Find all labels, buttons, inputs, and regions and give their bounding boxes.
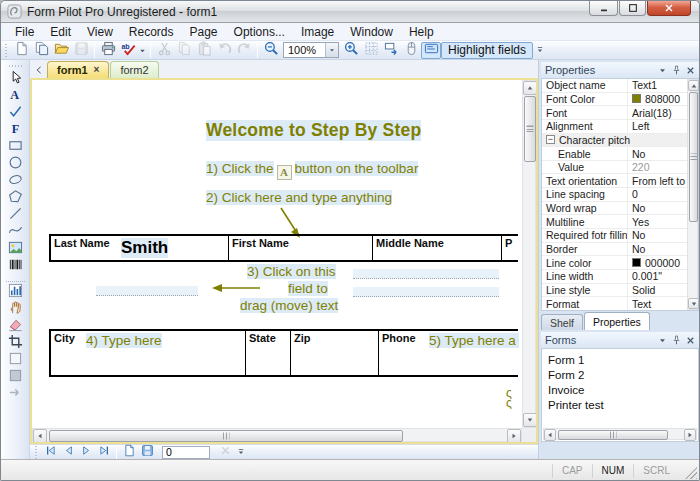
record-number-input[interactable] (162, 446, 210, 459)
scroll-down-button[interactable] (523, 413, 537, 427)
palette-grip[interactable] (9, 63, 22, 68)
mouse-mode-button[interactable] (401, 42, 421, 59)
menu-edit[interactable]: Edit (42, 24, 79, 40)
property-row-line-style[interactable]: Line styleSolid (542, 284, 698, 298)
property-row-line-color[interactable]: Line color000000 (542, 256, 698, 270)
text-tool-button[interactable]: A (4, 88, 27, 105)
last-record-button[interactable] (95, 445, 113, 459)
property-row-character-pitch[interactable]: −Character pitch (542, 134, 698, 148)
record-toolbar-grip[interactable] (34, 446, 39, 459)
property-row-text-orientation[interactable]: Text orientationFrom left to ri... (542, 174, 698, 188)
panel-close-icon[interactable] (683, 63, 697, 77)
forms-list-item[interactable]: Form 1 (542, 352, 698, 367)
horizontal-scroll-thumb[interactable] (49, 430, 403, 442)
prop-scroll-up-button[interactable] (688, 80, 699, 91)
menu-page[interactable]: Page (182, 24, 226, 40)
tab-close-icon[interactable]: × (94, 65, 100, 75)
minimize-button[interactable] (589, 1, 618, 16)
property-row-format[interactable]: FormatText (542, 297, 698, 311)
forms-scroll-right-button[interactable] (684, 429, 696, 441)
prop-scroll-down-button[interactable] (688, 298, 699, 309)
open-folder-button[interactable] (51, 42, 71, 59)
step3-instruction-line2[interactable]: field to (288, 281, 328, 296)
image-tool-button[interactable] (4, 241, 27, 258)
panel-pin-icon[interactable] (669, 333, 683, 347)
form-canvas[interactable]: Welcome to Step By Step 1) Click theAbut… (30, 78, 538, 444)
forms-scroll-thumb[interactable] (558, 430, 668, 440)
panel-menu-chevron-icon[interactable] (655, 63, 669, 77)
menu-view[interactable]: View (79, 24, 121, 40)
canvas-horizontal-scrollbar[interactable] (32, 428, 522, 442)
resize-grip[interactable] (685, 467, 697, 479)
menu-options[interactable]: Options... (226, 24, 293, 40)
select-tool-button[interactable] (4, 71, 27, 88)
collapse-group-icon[interactable]: − (546, 135, 555, 144)
property-row-line-spacing[interactable]: Line spacing0 (542, 188, 698, 202)
property-row-font[interactable]: FontArial(18) (542, 106, 698, 120)
vertical-scroll-thumb[interactable] (524, 96, 536, 162)
property-row-multiline[interactable]: MultilineYes (542, 215, 698, 229)
panel-tab-properties[interactable]: Properties (584, 312, 650, 330)
scroll-left-button[interactable] (33, 429, 47, 443)
panel-tab-shelf[interactable]: Shelf (541, 314, 583, 330)
copy-pages-button[interactable] (31, 42, 51, 59)
prop-scroll-thumb[interactable] (689, 92, 698, 222)
move-field-button[interactable] (381, 42, 401, 59)
next-record-button[interactable] (77, 445, 95, 459)
tab-form2[interactable]: form2 (110, 61, 158, 78)
smith-text-object[interactable]: Smith (121, 238, 168, 258)
print-button[interactable] (98, 42, 118, 59)
title-bar[interactable]: Form Pilot Pro Unregistered - form1 (1, 1, 699, 23)
field-tool-button[interactable]: F (4, 122, 27, 139)
forms-scroll-left-button[interactable] (544, 429, 556, 441)
pan-tool-button[interactable] (4, 301, 27, 318)
panel-menu-chevron-icon[interactable] (655, 333, 669, 347)
crop-tool-button[interactable] (4, 335, 27, 352)
tab-scroll-left-button[interactable] (32, 63, 45, 77)
gray-square-tool-button[interactable] (4, 369, 27, 386)
step4-instruction[interactable]: 4) Type here (86, 333, 162, 348)
panel-pin-icon[interactable] (669, 63, 683, 77)
menu-file[interactable]: File (7, 24, 42, 40)
forms-list-item[interactable]: Printer test (542, 397, 698, 412)
barcode-tool-button[interactable] (4, 258, 27, 275)
save-record-button[interactable] (138, 445, 156, 459)
grid-button[interactable] (361, 42, 381, 59)
menu-help[interactable]: Help (401, 24, 442, 40)
tab-form1[interactable]: form1× (47, 61, 109, 78)
step3-instruction-line3[interactable]: drag (move) text (240, 298, 338, 313)
forms-list-scrollbar[interactable] (543, 428, 697, 440)
menu-window[interactable]: Window (342, 24, 401, 40)
step2-instruction[interactable]: 2) Click here and type anything (206, 190, 392, 205)
forms-list-item[interactable]: Form 2 (542, 367, 698, 382)
curve-tool-button[interactable] (4, 224, 27, 241)
toolbar-overflow-icon[interactable] (535, 42, 547, 59)
step5-instruction[interactable]: 5) Type here a (429, 333, 519, 348)
property-row-font-color[interactable]: Font Color808000 (542, 93, 698, 107)
panel-close-icon[interactable] (683, 333, 697, 347)
menu-image[interactable]: Image (293, 24, 342, 40)
property-row-required-fotr-filling[interactable]: Required fotr fillingNo (542, 229, 698, 243)
line-tool-button[interactable] (4, 207, 27, 224)
property-row-line-width[interactable]: Line width0.001" (542, 270, 698, 284)
first-record-button[interactable] (41, 445, 59, 459)
property-row-value[interactable]: Value220 (542, 161, 698, 175)
chart-tool-button[interactable] (4, 284, 27, 301)
eraser-tool-button[interactable] (4, 318, 27, 335)
dropdown-arrow-icon[interactable] (138, 42, 147, 59)
zoom-level-combobox[interactable]: 100% (283, 42, 339, 58)
property-row-border[interactable]: BorderNo (542, 243, 698, 257)
scroll-right-button[interactable] (507, 429, 521, 443)
spellcheck-button[interactable]: ab (118, 42, 138, 59)
polygon-tool-button[interactable] (4, 190, 27, 207)
close-button[interactable] (647, 1, 691, 16)
new-document-button[interactable] (11, 42, 31, 59)
record-toolbar-overflow-icon[interactable] (236, 444, 248, 461)
toolbar-grip[interactable] (4, 44, 9, 57)
maximize-button[interactable] (619, 1, 646, 16)
scroll-up-button[interactable] (523, 81, 537, 95)
zoom-out-button[interactable] (261, 42, 281, 59)
step1-instruction[interactable]: 1) Click theAbutton on the toolbar (206, 161, 418, 180)
property-grid-scrollbar[interactable] (687, 79, 698, 310)
previous-record-button[interactable] (59, 445, 77, 459)
